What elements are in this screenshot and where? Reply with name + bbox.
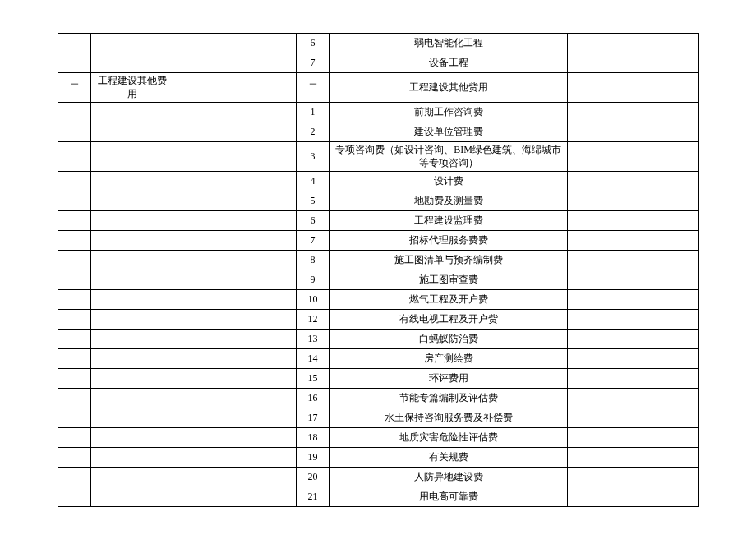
table-cell-f	[568, 290, 699, 310]
table-cell-e: 施工图审查费	[330, 270, 568, 290]
table-cell-d: 21	[297, 487, 330, 507]
table-cell-e: 房产测绘费	[330, 349, 568, 369]
table-cell-c	[173, 122, 297, 142]
table-cell-c	[173, 211, 297, 231]
table-cell-c	[173, 408, 297, 428]
table-row: 3专项咨询费（如设计咨询、BIM绿色建筑、海绵城市等专项咨询）	[58, 142, 699, 172]
table-cell-e: 施工图清单与预齐编制费	[330, 251, 568, 270]
table-row: 12有线电视工程及开户赀	[58, 310, 699, 330]
table-cell-f	[568, 310, 699, 330]
table-cell-b	[91, 191, 173, 211]
table-cell-b	[91, 487, 173, 507]
table-cell-c	[173, 349, 297, 369]
table-cell-a	[58, 34, 91, 53]
table-cell-b	[91, 330, 173, 349]
table-cell-b	[91, 408, 173, 428]
table-cell-e: 设计费	[330, 172, 568, 191]
table-cell-e: 节能专篇编制及评估费	[330, 389, 568, 408]
table-cell-f	[568, 231, 699, 251]
table-cell-f	[568, 73, 699, 103]
table-cell-e: 专项咨询费（如设计咨询、BIM绿色建筑、海绵城市等专项咨询）	[330, 142, 568, 172]
table-cell-d: 14	[297, 349, 330, 369]
table-cell-c	[173, 369, 297, 389]
table-row: 8施工图清单与预齐编制费	[58, 251, 699, 270]
table-cell-c	[173, 172, 297, 191]
table-cell-d: 18	[297, 428, 330, 448]
table-cell-c	[173, 270, 297, 290]
table-cell-e: 有关规费	[330, 448, 568, 468]
table-cell-e: 用电高可靠费	[330, 487, 568, 507]
table-cell-a	[58, 53, 91, 73]
table-cell-d: 19	[297, 448, 330, 468]
table-cell-c	[173, 251, 297, 270]
cost-table-container: 6弱电智能化工程7设备工程二工程建设其他费用二工程建设其他赀用1前期工作咨询费2…	[58, 33, 698, 507]
table-row: 18地质灾害危险性评估费	[58, 428, 699, 448]
table-cell-d: 5	[297, 191, 330, 211]
table-cell-d: 9	[297, 270, 330, 290]
table-cell-a	[58, 290, 91, 310]
table-cell-d: 17	[297, 408, 330, 428]
table-row: 7设备工程	[58, 53, 699, 73]
table-cell-a	[58, 103, 91, 122]
table-cell-c	[173, 73, 297, 103]
table-cell-d: 7	[297, 53, 330, 73]
table-cell-e: 地质灾害危险性评估费	[330, 428, 568, 448]
table-cell-f	[568, 270, 699, 290]
table-cell-c	[173, 487, 297, 507]
table-cell-f	[568, 122, 699, 142]
table-cell-c	[173, 428, 297, 448]
table-cell-f	[568, 428, 699, 448]
table-cell-c	[173, 103, 297, 122]
table-cell-f	[568, 349, 699, 369]
table-cell-a	[58, 122, 91, 142]
table-cell-e: 建设单位管理费	[330, 122, 568, 142]
table-row: 1前期工作咨询费	[58, 103, 699, 122]
table-cell-f	[568, 191, 699, 211]
table-row: 10燃气工程及开户费	[58, 290, 699, 310]
table-cell-b	[91, 310, 173, 330]
cost-table: 6弱电智能化工程7设备工程二工程建设其他费用二工程建设其他赀用1前期工作咨询费2…	[58, 33, 699, 507]
table-cell-c	[173, 191, 297, 211]
table-cell-e: 燃气工程及开户费	[330, 290, 568, 310]
table-cell-d: 20	[297, 468, 330, 487]
table-cell-c	[173, 290, 297, 310]
table-cell-c	[173, 34, 297, 53]
table-cell-a	[58, 142, 91, 172]
table-cell-b	[91, 468, 173, 487]
table-cell-b	[91, 290, 173, 310]
table-cell-b	[91, 142, 173, 172]
table-cell-a	[58, 428, 91, 448]
table-cell-c	[173, 330, 297, 349]
table-cell-f	[568, 369, 699, 389]
table-cell-c	[173, 142, 297, 172]
table-cell-a	[58, 231, 91, 251]
table-cell-a	[58, 389, 91, 408]
table-cell-d: 12	[297, 310, 330, 330]
table-cell-c	[173, 53, 297, 73]
table-cell-b	[91, 211, 173, 231]
table-cell-b	[91, 122, 173, 142]
table-cell-a	[58, 172, 91, 191]
table-cell-a	[58, 349, 91, 369]
table-cell-a	[58, 270, 91, 290]
table-row: 15环评费用	[58, 369, 699, 389]
table-cell-c	[173, 389, 297, 408]
table-cell-e: 有线电视工程及开户赀	[330, 310, 568, 330]
cost-table-body: 6弱电智能化工程7设备工程二工程建设其他费用二工程建设其他赀用1前期工作咨询费2…	[58, 34, 699, 507]
table-cell-f	[568, 408, 699, 428]
table-row: 21用电高可靠费	[58, 487, 699, 507]
table-cell-d: 4	[297, 172, 330, 191]
table-cell-e: 工程建设其他赀用	[330, 73, 568, 103]
table-cell-c	[173, 448, 297, 468]
table-cell-e: 地勘费及测量费	[330, 191, 568, 211]
table-cell-e: 白蚂蚁防治费	[330, 330, 568, 349]
table-cell-e: 水土保持咨询服务费及补偿费	[330, 408, 568, 428]
table-cell-f	[568, 251, 699, 270]
table-cell-e: 招标代理服务费费	[330, 231, 568, 251]
table-cell-e: 弱电智能化工程	[330, 34, 568, 53]
table-cell-b	[91, 103, 173, 122]
table-cell-f	[568, 53, 699, 73]
table-row: 16节能专篇编制及评估费	[58, 389, 699, 408]
table-row: 2建设单位管理费	[58, 122, 699, 142]
table-cell-c	[173, 231, 297, 251]
